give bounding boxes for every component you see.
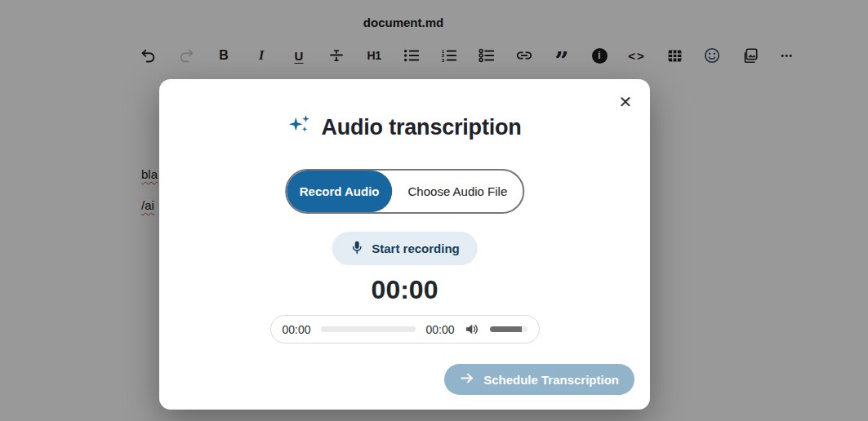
schedule-transcription-label: Schedule Transcription (483, 373, 619, 387)
tab-record-audio[interactable]: Record Audio (287, 171, 393, 212)
player-duration: 00:00 (425, 323, 454, 336)
sparkles-icon (287, 113, 312, 141)
microphone-icon (349, 239, 363, 259)
tab-choose-audio-file[interactable]: Choose Audio File (393, 171, 523, 212)
arrow-right-icon (460, 372, 474, 387)
audio-transcription-modal: ✕ Audio transcription Record Audio Choos… (159, 79, 650, 410)
player-elapsed-time: 00:00 (283, 323, 311, 336)
audio-source-tabs: Record Audio Choose Audio File (285, 169, 525, 214)
player-seek-bar[interactable] (321, 326, 416, 332)
modal-title: Audio transcription (321, 115, 521, 140)
volume-slider[interactable] (490, 326, 527, 332)
recording-timer: 00:00 (159, 275, 650, 304)
schedule-transcription-button[interactable]: Schedule Transcription (444, 364, 634, 395)
close-icon: ✕ (619, 92, 633, 112)
start-recording-button[interactable]: Start recording (332, 232, 478, 265)
start-recording-label: Start recording (372, 242, 460, 255)
audio-player: 00:00 00:00 (270, 315, 540, 343)
app-window: document.md B I U H1 123 ” i <> (0, 0, 868, 421)
modal-header: Audio transcription (159, 113, 650, 142)
volume-icon[interactable] (465, 322, 480, 336)
